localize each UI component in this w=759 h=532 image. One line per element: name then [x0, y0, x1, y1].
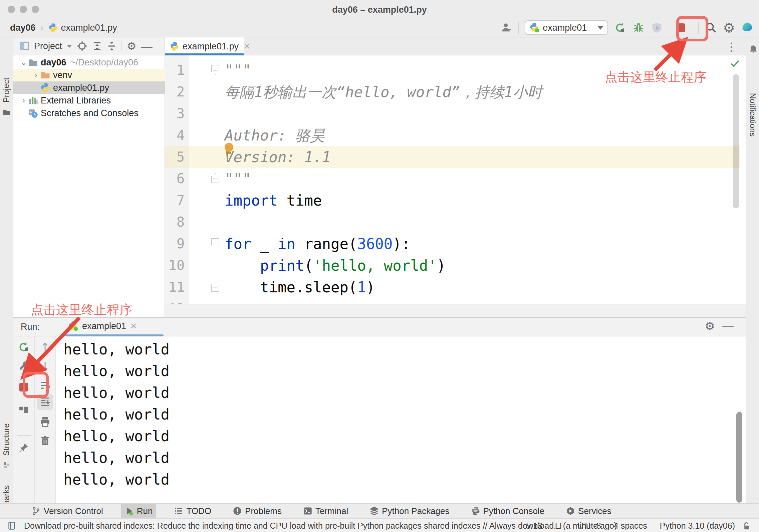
code-with-me-icon[interactable]	[741, 21, 754, 34]
run-configuration-select[interactable]: example01	[525, 20, 608, 35]
line-number: 9	[165, 233, 185, 255]
console-output-line: hello, world	[63, 425, 170, 447]
run-tool-window: Run: example01 ✕ ⚙ — ↑ ↓	[13, 317, 746, 503]
annotation-frame-bottom-stop	[23, 372, 49, 398]
project-stripe-folder-icon	[3, 108, 11, 116]
tool-stripe-notifications[interactable]: Notifications	[748, 93, 757, 137]
breadcrumb-file[interactable]: example01.py	[61, 23, 117, 33]
run-toolbar-primary	[13, 336, 35, 503]
annotation-text-bottom: 点击这里终止程序	[31, 301, 132, 318]
todo-icon	[174, 506, 183, 516]
run-tool-window-header: Run: example01 ✕ ⚙ —	[13, 318, 746, 336]
intention-bulb-icon[interactable]	[225, 143, 233, 152]
fold-marker-icon[interactable]: –	[211, 282, 219, 292]
breadcrumb-project[interactable]: day06	[10, 23, 36, 33]
toolwindow-tab-version-control[interactable]: Version Control	[28, 504, 106, 518]
toolwindow-tab-python-packages[interactable]: Python Packages	[366, 504, 453, 518]
fold-marker-icon[interactable]: –	[211, 238, 219, 248]
tool-stripe-project[interactable]: Project	[2, 78, 11, 103]
code-line-11[interactable]: 11– time.sleep(1)	[165, 276, 746, 298]
console-vertical-scrollbar[interactable]	[736, 412, 742, 503]
code-line-12[interactable]: 12	[165, 298, 746, 304]
status-indexing-icon[interactable]	[7, 521, 17, 530]
close-run-tab-icon[interactable]: ✕	[130, 321, 137, 331]
close-tab-icon[interactable]: ✕	[243, 41, 251, 52]
chevron-down-icon	[67, 45, 72, 48]
tree-chevron-icon[interactable]: ›	[19, 96, 28, 105]
toolwindow-tab-label: TODO	[186, 506, 211, 516]
print-icon[interactable]	[37, 414, 53, 430]
folder-blue-icon	[28, 57, 38, 67]
run-toolbar-secondary: ↑ ↓	[35, 336, 56, 503]
status-widget-python-3.10-day06-[interactable]: Python 3.10 (day06)	[660, 521, 735, 531]
toolwindow-tab-python-console[interactable]: Python Console	[468, 504, 548, 518]
expand-all-icon[interactable]	[92, 41, 102, 51]
python-file-icon	[170, 42, 179, 51]
inspections-ok-check-icon[interactable]	[730, 59, 740, 69]
tree-item-venv[interactable]: ›venv	[13, 69, 165, 81]
code-line-8[interactable]: 8	[165, 211, 746, 233]
window-title: day06 – example01.py	[0, 5, 759, 15]
code-line-4[interactable]: 4Author: 骆昊	[165, 124, 746, 146]
toolwindow-tab-label: Problems	[245, 506, 282, 516]
debug-button[interactable]	[632, 21, 645, 34]
code-line-3[interactable]: 3	[165, 103, 746, 124]
editor-tab-example01[interactable]: example01.py ✕	[165, 37, 244, 55]
project-options-gear-icon[interactable]: ⚙	[127, 41, 137, 51]
tree-item-scratches-and-consoles[interactable]: Scratches and Consoles	[13, 107, 165, 119]
toolwindow-tab-label: Python Console	[483, 506, 545, 516]
toolwindow-tab-terminal[interactable]: Terminal	[300, 504, 351, 518]
tree-chevron-icon[interactable]: ›	[32, 70, 40, 80]
status-widget-4-spaces[interactable]: 4 spaces	[614, 521, 647, 531]
hide-run-panel-icon[interactable]: —	[722, 319, 734, 332]
code-line-7[interactable]: 7import time	[165, 190, 746, 211]
restore-layout-icon[interactable]	[16, 402, 32, 418]
editor-vertical-scrollbar[interactable]	[733, 74, 739, 208]
status-widget-utf-8[interactable]: UTF-8	[577, 521, 601, 531]
packages-icon	[369, 506, 379, 516]
fold-marker-icon[interactable]: –	[211, 173, 219, 183]
code-line-6[interactable]: 6–"""	[165, 168, 746, 190]
tree-item-external-libraries[interactable]: ›External Libraries	[13, 94, 165, 107]
user-profile-icon[interactable]	[501, 22, 512, 33]
toolwindow-tab-todo[interactable]: TODO	[171, 504, 215, 518]
toolwindow-tab-services[interactable]: Services	[562, 504, 615, 518]
run-settings-gear-icon[interactable]: ⚙	[705, 320, 715, 332]
rerun-program-button[interactable]	[16, 339, 32, 355]
toolwindow-tab-label: Version Control	[44, 506, 103, 516]
run-tab-example01[interactable]: example01 ✕	[62, 318, 143, 334]
tree-item-example01-py[interactable]: example01.py	[13, 81, 165, 94]
collapse-all-icon[interactable]	[107, 41, 117, 51]
locate-file-icon[interactable]	[77, 41, 87, 51]
tree-chevron-icon[interactable]: ⌄	[19, 58, 28, 67]
hide-panel-icon[interactable]: —	[141, 40, 153, 53]
prev-occurrence-icon[interactable]: ↑	[37, 339, 53, 355]
line-number: 2	[165, 81, 185, 103]
toolwindow-tab-run[interactable]: Run	[121, 504, 156, 518]
notifications-bell-icon[interactable]	[749, 44, 758, 55]
console-output-line: hello, world	[63, 360, 170, 382]
status-widget-lf[interactable]: LF	[555, 521, 565, 531]
lock-open-icon[interactable]	[742, 521, 751, 531]
status-widget-5-13[interactable]: 5:13	[526, 521, 542, 531]
navigation-bar: day06 › example01.py example01 ⚙	[0, 19, 759, 37]
pin-tab-icon[interactable]	[16, 440, 32, 456]
editor-options-icon[interactable]: ⋮	[726, 40, 737, 53]
tool-stripe-structure[interactable]: Structure	[2, 423, 11, 456]
project-view-title[interactable]: Project	[34, 41, 62, 51]
clear-console-icon[interactable]	[37, 433, 53, 449]
problems-icon	[233, 506, 242, 516]
fold-marker-icon[interactable]: –	[211, 65, 219, 75]
tree-item-day06[interactable]: ⌄day06~/Desktop/day06	[13, 56, 165, 69]
python-icon	[40, 83, 50, 93]
code-editor[interactable]: 1–"""2每隔1秒输出一次“hello, world”，持续1小时34Auth…	[165, 55, 746, 304]
code-line-5[interactable]: 5Version: 1.1	[165, 146, 746, 168]
toolwindow-tab-problems[interactable]: Problems	[229, 504, 285, 518]
console-output-line: hello, world	[63, 404, 170, 425]
code-line-9[interactable]: 9–for _ in range(3600):	[165, 233, 746, 255]
code-line-10[interactable]: 10 print('hello, world')	[165, 255, 746, 276]
settings-gear-icon[interactable]: ⚙	[723, 21, 735, 34]
rerun-button[interactable]	[614, 22, 626, 34]
code-text: """	[225, 168, 251, 190]
line-number: 6	[165, 168, 185, 190]
